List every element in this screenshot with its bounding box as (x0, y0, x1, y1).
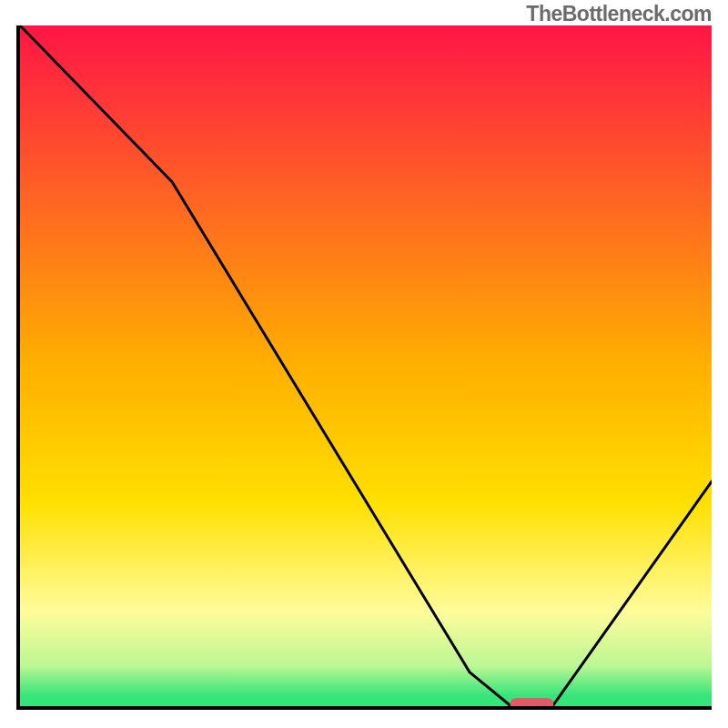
watermark-text: TheBottleneck.com (526, 2, 712, 26)
bottleneck-chart (16, 25, 712, 710)
chart-plot-area (16, 25, 712, 710)
chart-background (20, 25, 712, 706)
